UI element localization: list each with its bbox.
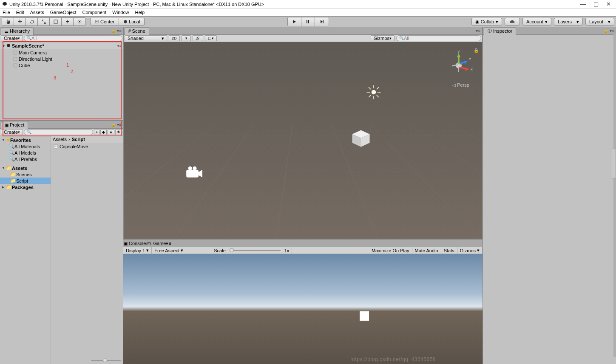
game-options[interactable]: ▾≡ [166,241,171,246]
fav-all-materials[interactable]: 🔍All Materials [0,143,51,150]
file-capsulemove[interactable]: CapsuleMove [51,143,123,150]
scene-2d-toggle[interactable]: 2D [169,35,180,41]
menu-assets[interactable]: Assets [30,10,44,15]
scale-slider[interactable]: Scale 1x [211,247,292,254]
perspective-label[interactable]: ◁ Persp [452,82,469,87]
search-label-icon[interactable]: ★ [108,129,114,135]
menu-component[interactable]: Component [82,10,106,15]
search-filter-icon[interactable]: ⌖ [94,129,99,135]
unity-logo-icon [2,1,8,7]
cube-object[interactable] [349,127,370,148]
hierarchy-tab[interactable]: ☰ Hierarchy [1,27,34,35]
breadcrumb-assets[interactable]: Assets [53,137,67,142]
orientation-gizmo[interactable]: y x z [444,51,474,80]
project-search[interactable]: 🔍 [24,129,93,135]
scene-fx-toggle[interactable]: ▢▾ [205,35,217,41]
fav-all-prefabs[interactable]: 🔍All Prefabs [0,156,51,162]
menu-edit[interactable]: Edit [16,10,24,15]
hierarchy-item-camera[interactable]: Main Camera [0,49,123,56]
project-options[interactable]: 🔒 ▾≡ [111,122,123,127]
inspector-options[interactable]: 🔒 ▾≡ [603,28,616,33]
window-title: Unity 2018.3.7f1 Personal - SampleScene.… [9,2,580,7]
cloud-button[interactable] [505,18,520,25]
hierarchy-item-cube[interactable]: Cube [0,62,123,68]
fav-all-models[interactable]: 🔍All Models [0,150,51,156]
pivot-center-button[interactable]: Center [90,18,119,25]
hidden-packages-icon[interactable]: 👁 [115,129,122,135]
annotation-2: 2 [71,69,73,74]
pause-button[interactable] [301,17,315,26]
scene-viewport[interactable]: y x z 🔒 ◁ Persp [124,42,482,239]
move-tool[interactable] [14,18,26,25]
camera-gizmo[interactable] [185,165,204,181]
stats-toggle[interactable]: Stats [441,247,457,254]
play-button[interactable] [288,17,301,26]
gizmo-lock-icon[interactable]: 🔒 [474,48,479,53]
menu-window[interactable]: Window [112,10,129,15]
inspector-scrollbar[interactable] [611,149,616,178]
search-type-icon[interactable]: ◆ [100,129,107,135]
hand-tool[interactable] [2,18,14,25]
watermark-text: https://blog.csdn.net/qq_43545658 [350,356,436,362]
layout-button[interactable]: Layout▾ [585,18,614,25]
project-tab[interactable]: ▣ Project [1,121,28,129]
inspector-tab[interactable]: ⓘ Inspector [484,27,516,35]
svg-text:y: y [458,51,460,54]
script-folder[interactable]: 📁 Script [0,178,51,184]
scene-lighting-toggle[interactable]: ☀ [182,35,191,41]
breadcrumb-script[interactable]: Script [72,137,85,142]
layers-button[interactable]: Layers▾ [554,18,583,25]
maximize-toggle[interactable]: Maximize On Play [369,247,412,254]
rect-tool[interactable] [50,18,62,25]
script-icon [54,144,59,149]
hierarchy-options[interactable]: 🔒 ▾≡ [111,28,123,33]
scene-tab[interactable]: # Scene [125,27,149,35]
scene-audio-toggle[interactable]: 🔊 [193,35,203,41]
scroll-track [613,34,616,357]
directional-light-gizmo[interactable] [366,85,381,101]
account-button[interactable]: Account▾ [522,18,551,25]
hierarchy-search[interactable]: 🔍 All [24,35,122,41]
transform-tool[interactable] [62,18,74,25]
pivot-local-button[interactable]: Local [119,18,145,25]
menu-gameobject[interactable]: GameObject [50,10,77,15]
menu-file[interactable]: File [3,10,10,15]
project-create-button[interactable]: Create ▾ [1,129,23,135]
game-panel: ▣ Console 🎮 Game ▾≡ Display 1 ▾ Free Asp… [123,239,483,364]
window-controls: — ▢ ✕ [580,1,614,7]
game-gizmos-toggle[interactable]: Gizmos ▾ [457,247,483,254]
scene-options[interactable]: ▾≡ [476,28,482,33]
inspector-panel: ⓘ Inspector 🔒 ▾≡ [483,27,616,364]
game-tab[interactable]: 🎮 Game [146,241,166,246]
svg-point-8 [372,90,376,95]
rotate-tool[interactable] [26,18,38,25]
packages-folder[interactable]: ▶📁 Packages [0,184,51,190]
main-toolbar: Center Local ◉ Collab▾ Account▾ Layers▾ … [0,16,616,27]
mute-toggle[interactable]: Mute Audio [412,247,441,254]
step-button[interactable] [315,17,329,26]
console-tab[interactable]: ▣ Console [123,241,146,246]
custom-tool[interactable] [74,18,85,25]
scale-tool[interactable] [38,18,50,25]
aspect-selector[interactable]: Free Aspect ▾ [152,247,211,254]
minimize-icon[interactable]: — [580,1,586,7]
project-thumb-slider[interactable] [91,357,121,363]
menubar: File Edit Assets GameObject Component Wi… [0,8,616,16]
hierarchy-item-light[interactable]: Directional Light [0,56,123,62]
maximize-icon[interactable]: ▢ [593,1,599,7]
hierarchy-create-button[interactable]: Create ▾ [1,35,23,41]
svg-point-1 [79,21,80,23]
favorites-folder[interactable]: ▼★Favorites [0,137,51,143]
assets-folder[interactable]: ▼📁 Assets [0,165,51,171]
scenes-folder[interactable]: 📁 Scenes [0,171,51,178]
shading-mode[interactable]: Shaded▾ [125,35,167,41]
scene-row[interactable]: ▼ SampleScene* ▾≡ [0,43,123,49]
collab-button[interactable]: ◉ Collab▾ [471,18,502,25]
game-cube-render [360,311,369,321]
scene-search[interactable]: 🔍 All [396,35,481,41]
game-viewport[interactable]: https://blog.csdn.net/qq_43545658 [123,254,483,364]
display-selector[interactable]: Display 1 ▾ [123,247,152,254]
close-icon[interactable]: ✕ [606,1,611,7]
menu-help[interactable]: Help [135,10,145,15]
scene-gizmos-button[interactable]: Gizmos ▾ [371,35,395,41]
